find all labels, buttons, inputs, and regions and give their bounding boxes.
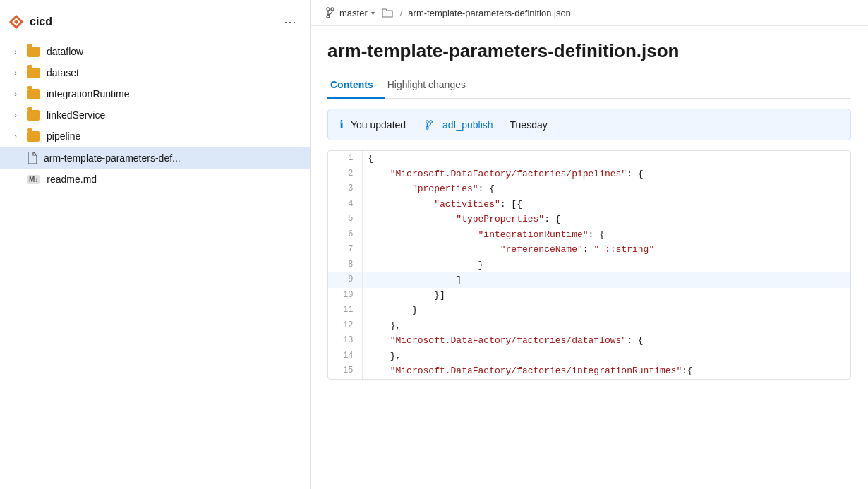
topbar-filename: arm-template-parameters-definition.json <box>408 8 570 18</box>
chevron-down-icon: ▾ <box>371 9 375 17</box>
tabs: Contents Highlight changes <box>327 73 851 99</box>
line-code: }, <box>362 318 850 334</box>
line-code: } <box>362 258 850 273</box>
chevron-right-icon: › <box>11 132 20 140</box>
file-title: arm-template-parameters-definition.json <box>327 40 851 62</box>
markdown-badge: M↓ <box>27 175 40 184</box>
banner-text-before: You updated <box>351 119 406 131</box>
info-banner: ℹ You updated adf_publish Tuesday <box>327 109 851 140</box>
line-number: 3 <box>328 181 362 197</box>
sidebar-item-label: integrationRuntime <box>47 88 130 99</box>
sidebar: cicd ⋯ › dataflow › dataset › integratio… <box>0 0 311 489</box>
sidebar-item-integrationRuntime[interactable]: › integrationRuntime <box>0 83 310 104</box>
line-code: "Microsoft.DataFactory/factories/integra… <box>362 363 850 379</box>
file-heading-section: arm-template-parameters-definition.json … <box>311 26 868 99</box>
chevron-right-icon: › <box>11 90 20 98</box>
file-icon <box>27 152 37 164</box>
info-icon: ℹ <box>339 118 344 131</box>
branch-icon <box>325 7 336 18</box>
topbar: master ▾ / arm-template-parameters-defin… <box>311 0 868 26</box>
repo-name: cicd <box>30 16 52 28</box>
repo-icon <box>8 14 24 30</box>
line-code: "activities": [{ <box>362 197 850 212</box>
line-code: { <box>362 151 850 167</box>
sidebar-item-label: dataset <box>47 67 79 78</box>
sidebar-header: cicd ⋯ <box>0 6 310 41</box>
sidebar-item-readme[interactable]: › M↓ readme.md <box>0 169 310 190</box>
tab-contents[interactable]: Contents <box>327 73 385 99</box>
line-number: 7 <box>328 242 362 258</box>
line-code: }] <box>362 288 850 303</box>
line-number: 14 <box>328 349 362 364</box>
kebab-menu-button[interactable]: ⋯ <box>279 11 301 32</box>
code-container: 1{2 "Microsoft.DataFactory/factories/pip… <box>327 150 851 380</box>
svg-point-9 <box>426 126 429 129</box>
line-code: }, <box>362 349 850 364</box>
line-number: 2 <box>328 167 362 182</box>
chevron-right-icon: › <box>11 111 20 119</box>
line-number: 15 <box>328 363 362 379</box>
sidebar-item-label: dataflow <box>47 46 83 57</box>
branch-selector[interactable]: master ▾ <box>325 7 375 18</box>
branch-name: master <box>339 8 368 18</box>
line-code: "referenceName": "=::string" <box>362 242 850 258</box>
sidebar-item-linkedService[interactable]: › linkedService <box>0 104 310 126</box>
branch-inline-icon <box>424 120 434 130</box>
svg-point-4 <box>331 8 334 11</box>
banner-text-after: Tuesday <box>510 119 548 131</box>
line-code: "Microsoft.DataFactory/factories/pipelin… <box>362 167 850 182</box>
path-separator: / <box>400 8 403 18</box>
sidebar-item-pipeline[interactable]: › pipeline <box>0 126 310 147</box>
line-code: } <box>362 303 850 318</box>
line-code: "Microsoft.DataFactory/factories/dataflo… <box>362 333 850 349</box>
line-number: 8 <box>328 258 362 273</box>
line-code: "integrationRuntime": { <box>362 227 850 243</box>
sidebar-item-dataset[interactable]: › dataset <box>0 62 310 83</box>
svg-point-5 <box>327 15 330 18</box>
line-code: ] <box>362 272 850 288</box>
sidebar-item-label: pipeline <box>47 131 80 142</box>
folder-nav-icon <box>382 8 393 18</box>
branch-link[interactable]: adf_publish <box>442 119 493 131</box>
tab-highlight-changes[interactable]: Highlight changes <box>385 73 477 99</box>
code-table: 1{2 "Microsoft.DataFactory/factories/pip… <box>328 151 850 379</box>
chevron-right-icon: › <box>11 47 20 56</box>
sidebar-item-label: readme.md <box>47 174 97 185</box>
line-code: "typeProperties": { <box>362 212 850 227</box>
line-number: 1 <box>328 151 362 167</box>
svg-point-7 <box>426 120 429 123</box>
line-number: 6 <box>328 227 362 243</box>
main-content: master ▾ / arm-template-parameters-defin… <box>311 0 868 489</box>
sidebar-item-arm-file[interactable]: › arm-template-parameters-def... <box>0 147 310 169</box>
line-number: 4 <box>328 197 362 212</box>
line-code: "properties": { <box>362 181 850 197</box>
line-number: 10 <box>328 288 362 303</box>
line-number: 5 <box>328 212 362 227</box>
line-number: 12 <box>328 318 362 334</box>
line-number: 11 <box>328 303 362 318</box>
banner-branch-name: adf_publish <box>442 119 493 131</box>
svg-point-8 <box>430 120 433 123</box>
line-number: 9 <box>328 272 362 288</box>
sidebar-item-dataflow[interactable]: › dataflow <box>0 41 310 62</box>
content-area[interactable]: ℹ You updated adf_publish Tuesday 1{2 "M… <box>311 99 868 489</box>
repo-title: cicd <box>8 14 52 30</box>
svg-point-3 <box>327 8 330 11</box>
chevron-right-icon: › <box>11 68 20 77</box>
line-number: 13 <box>328 333 362 349</box>
sidebar-item-label: arm-template-parameters-def... <box>44 152 181 164</box>
sidebar-item-label: linkedService <box>47 109 105 121</box>
